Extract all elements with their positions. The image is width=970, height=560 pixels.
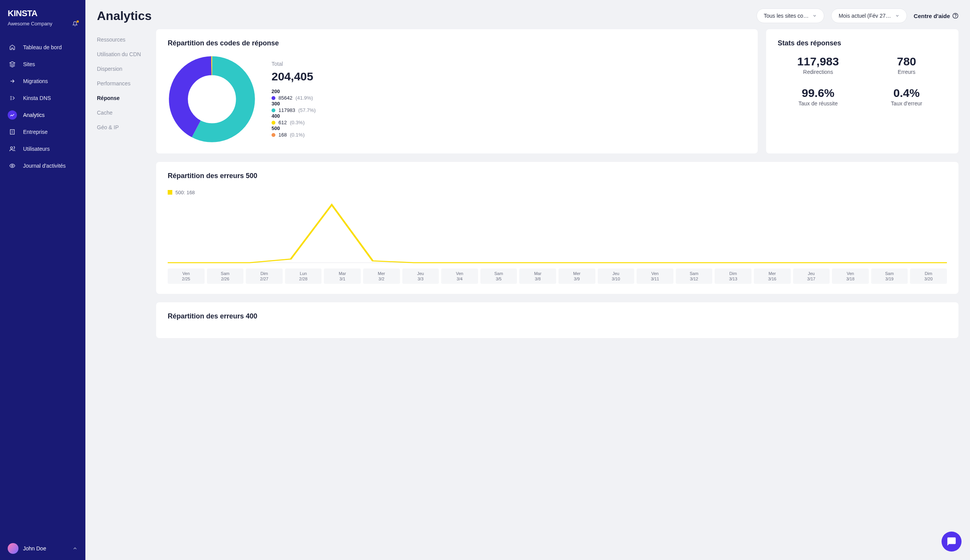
errors-500-card: Répartition des erreurs 500 500: 168 Ven…: [156, 162, 958, 294]
stat-cell: 117,983Redirections: [778, 55, 858, 75]
subnav-item[interactable]: Géo & IP: [97, 120, 147, 135]
response-stats-card: Stats des réponses 117,983Redirections78…: [766, 29, 958, 153]
chat-button[interactable]: [942, 532, 962, 552]
x-tick: Dim3/20: [910, 268, 947, 284]
sidebar: KINSTA Awesome Company Tableau de bordSi…: [0, 0, 85, 560]
donut-chart: [168, 55, 256, 143]
nav-label: Migrations: [23, 78, 48, 84]
period-filter-label: Mois actuel (Fév 27…: [838, 13, 891, 19]
chevron-down-icon: [812, 13, 817, 18]
errors-400-card: Répartition des erreurs 400: [156, 302, 958, 338]
card-title: Stats des réponses: [778, 39, 947, 47]
sites-filter-label: Tous les sites co…: [764, 13, 809, 19]
topbar: Analytics Tous les sites co… Mois actuel…: [97, 8, 958, 23]
legend-dot: [272, 121, 275, 125]
nav-label: Kinsta DNS: [23, 95, 51, 101]
building-icon: [8, 127, 17, 137]
help-icon: [952, 13, 958, 19]
chart-icon: [8, 110, 17, 120]
user-footer[interactable]: John Doe: [0, 537, 85, 560]
x-tick: Mar3/8: [519, 268, 556, 284]
x-tick: Ven3/4: [441, 268, 478, 284]
nav-item-dns[interactable]: Kinsta DNS: [0, 90, 85, 107]
x-tick: Jeu3/3: [402, 268, 439, 284]
nav-label: Utilisateurs: [23, 146, 50, 152]
legend-swatch: [168, 190, 172, 195]
layers-icon: [8, 60, 17, 69]
subnav-item[interactable]: Réponse: [97, 91, 147, 105]
legend-code: 500: [272, 125, 316, 131]
stat-cell: 99.6%Taux de réussite: [778, 87, 858, 107]
total-label: Total: [272, 61, 316, 67]
period-filter[interactable]: Mois actuel (Fév 27…: [831, 8, 907, 23]
home-icon: [8, 43, 17, 52]
series-legend: 500: 168: [168, 190, 195, 195]
x-tick: Mar3/1: [324, 268, 361, 284]
legend-pct: (41.9%): [295, 95, 313, 101]
subnav-item[interactable]: Dispersion: [97, 62, 147, 76]
eye-icon: [8, 161, 17, 170]
nav-item-arrow[interactable]: Migrations: [0, 73, 85, 90]
legend-row: 300 117983 (57.7%): [272, 101, 316, 113]
x-tick: Mer3/9: [558, 268, 595, 284]
nav-item-home[interactable]: Tableau de bord: [0, 39, 85, 56]
legend-text: 500: 168: [175, 190, 195, 195]
nav-item-chart[interactable]: Analytics: [0, 107, 85, 123]
x-axis: Ven2/25Sam2/26Dim2/27Lun2/28Mar3/1Mer3/2…: [168, 268, 947, 284]
stat-label: Taux d'erreur: [866, 100, 947, 107]
legend-pct: (57.7%): [298, 107, 316, 113]
chat-icon: [947, 537, 957, 547]
subnav-item[interactable]: Ressources: [97, 32, 147, 47]
legend-row: 400 612 (0.3%): [272, 113, 316, 125]
user-name: John Doe: [23, 545, 46, 552]
legend-row: 500 168 (0.1%): [272, 125, 316, 138]
card-title: Répartition des erreurs 500: [168, 172, 947, 180]
analytics-subnav: RessourcesUtilisation du CDNDispersionPe…: [97, 29, 147, 338]
dns-icon: [8, 93, 17, 103]
x-tick: Dim3/13: [715, 268, 752, 284]
legend-value: 117983: [278, 107, 295, 113]
donut-legend: Total 204,405 200 85642 (41.9%) 300 1179…: [272, 61, 316, 138]
stat-cell: 0.4%Taux d'erreur: [866, 87, 947, 107]
brand-logo: KINSTA: [8, 8, 78, 18]
legend-pct: (0.3%): [290, 120, 305, 125]
x-tick: Mer3/16: [754, 268, 791, 284]
x-tick: Lun2/28: [285, 268, 322, 284]
arrow-icon: [8, 77, 17, 86]
stat-label: Erreurs: [866, 69, 947, 75]
help-link[interactable]: Centre d'aide: [914, 13, 958, 19]
subnav-item[interactable]: Cache: [97, 105, 147, 120]
x-tick: Sam2/26: [207, 268, 244, 284]
legend-code: 300: [272, 101, 316, 107]
nav-item-eye[interactable]: Journal d'activités: [0, 157, 85, 174]
x-tick: Jeu3/17: [793, 268, 830, 284]
x-tick: Jeu3/10: [598, 268, 635, 284]
subnav-item[interactable]: Utilisation du CDN: [97, 47, 147, 62]
stat-cell: 780Erreurs: [866, 55, 947, 75]
avatar: [8, 543, 18, 554]
x-tick: Ven3/18: [832, 268, 869, 284]
nav-item-users[interactable]: Utilisateurs: [0, 140, 85, 157]
company-name: Awesome Company: [8, 21, 52, 27]
sites-filter[interactable]: Tous les sites co…: [757, 8, 825, 23]
legend-code: 200: [272, 88, 316, 94]
nav-label: Analytics: [23, 112, 45, 118]
legend-pct: (0.1%): [290, 132, 305, 138]
stat-value: 780: [866, 55, 947, 68]
bell-icon[interactable]: [72, 21, 78, 27]
subnav-item[interactable]: Performances: [97, 76, 147, 91]
nav-item-layers[interactable]: Sites: [0, 56, 85, 73]
response-codes-card: Répartition des codes de réponse: [156, 29, 758, 153]
nav-label: Journal d'activités: [23, 163, 66, 169]
stat-label: Taux de réussite: [778, 100, 858, 107]
legend-value: 168: [278, 132, 287, 138]
nav-item-building[interactable]: Entreprise: [0, 123, 85, 140]
total-value: 204,405: [272, 70, 316, 83]
svg-rect-0: [10, 130, 15, 134]
nav-label: Tableau de bord: [23, 44, 62, 50]
help-label: Centre d'aide: [914, 13, 950, 19]
x-tick: Sam3/19: [871, 268, 908, 284]
nav-label: Sites: [23, 61, 35, 67]
legend-value: 612: [278, 120, 287, 125]
svg-point-4: [955, 17, 956, 17]
